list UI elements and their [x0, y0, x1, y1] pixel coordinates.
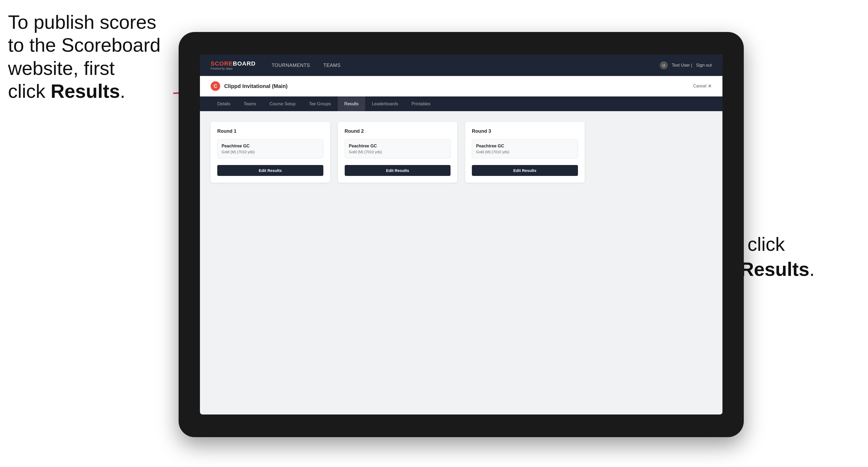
- nav-user: Test User |: [672, 63, 692, 68]
- tablet-screen: SCOREBOARD Powered by clippd TOURNAMENTS…: [200, 55, 722, 414]
- tab-leaderboards[interactable]: Leaderboards: [365, 96, 405, 111]
- tab-nav: Details Teams Course Setup Tee Groups Re…: [200, 96, 722, 111]
- rounds-grid: Round 1 Peachtree GC Gold (M) (7010 yds)…: [211, 122, 712, 183]
- round-1-course-name: Peachtree GC: [221, 144, 319, 149]
- logo-subtitle: Powered by clippd: [211, 67, 256, 70]
- user-icon: U: [660, 61, 668, 69]
- nav-right: U Test User | Sign out: [660, 61, 712, 69]
- round-2-card: Round 2 Peachtree GC Gold (M) (7010 yds)…: [338, 122, 458, 183]
- tournament-name: Clippd Invitational (Main): [224, 83, 288, 89]
- round-1-course-details: Gold (M) (7010 yds): [221, 150, 319, 154]
- round-3-course-card: Peachtree GC Gold (M) (7010 yds): [472, 139, 578, 158]
- main-content: Round 1 Peachtree GC Gold (M) (7010 yds)…: [200, 111, 722, 414]
- round-2-title: Round 2: [345, 128, 451, 134]
- cancel-button[interactable]: Cancel ✕: [693, 83, 712, 89]
- nav-links: TOURNAMENTS TEAMS: [272, 63, 660, 68]
- tab-teams[interactable]: Teams: [237, 96, 263, 111]
- empty-column: [593, 122, 712, 183]
- round-3-course-details: Gold (M) (7010 yds): [476, 150, 574, 154]
- top-nav: SCOREBOARD Powered by clippd TOURNAMENTS…: [200, 55, 722, 76]
- round-2-course-name: Peachtree GC: [349, 144, 446, 149]
- round-2-edit-results-button[interactable]: Edit Results: [345, 165, 451, 176]
- tournament-title-area: C Clippd Invitational (Main): [211, 81, 288, 91]
- close-icon: ✕: [708, 83, 712, 89]
- round-1-edit-results-button[interactable]: Edit Results: [217, 165, 323, 176]
- round-3-title: Round 3: [472, 128, 578, 134]
- logo-text: SCOREBOARD: [211, 61, 256, 67]
- nav-teams[interactable]: TEAMS: [323, 63, 341, 68]
- round-1-course-card: Peachtree GC Gold (M) (7010 yds): [217, 139, 323, 158]
- round-2-course-card: Peachtree GC Gold (M) (7010 yds): [345, 139, 451, 158]
- round-1-title: Round 1: [217, 128, 323, 134]
- tablet-device: SCOREBOARD Powered by clippd TOURNAMENTS…: [179, 32, 744, 437]
- round-3-edit-results-button[interactable]: Edit Results: [472, 165, 578, 176]
- nav-signout[interactable]: Sign out: [696, 63, 712, 68]
- tab-tee-groups[interactable]: Tee Groups: [302, 96, 338, 111]
- logo-area: SCOREBOARD Powered by clippd: [211, 61, 256, 70]
- tab-course-setup[interactable]: Course Setup: [263, 96, 302, 111]
- tab-details[interactable]: Details: [211, 96, 237, 111]
- instruction-text-1: To publish scores to the Scoreboard webs…: [8, 11, 160, 103]
- tab-results[interactable]: Results: [338, 96, 365, 111]
- round-2-course-details: Gold (M) (7010 yds): [349, 150, 446, 154]
- round-3-course-name: Peachtree GC: [476, 144, 574, 149]
- round-3-card: Round 3 Peachtree GC Gold (M) (7010 yds)…: [465, 122, 585, 183]
- tournament-header: C Clippd Invitational (Main) Cancel ✕: [200, 76, 722, 96]
- tournament-logo: C: [211, 81, 220, 91]
- round-1-card: Round 1 Peachtree GC Gold (M) (7010 yds)…: [211, 122, 330, 183]
- nav-tournaments[interactable]: TOURNAMENTS: [272, 63, 310, 68]
- tab-printables[interactable]: Printables: [405, 96, 437, 111]
